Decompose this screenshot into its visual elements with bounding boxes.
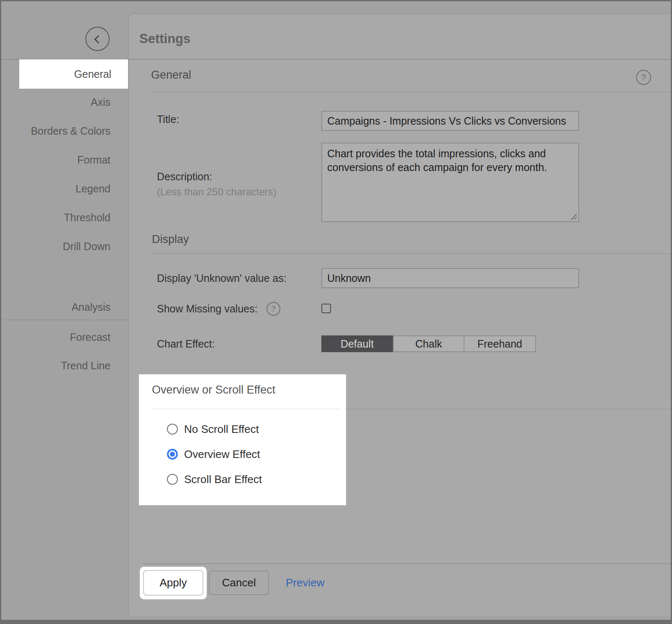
apply-button[interactable]: Apply bbox=[143, 570, 203, 596]
screenshot-frame: Settings General Axis Borders & Colors F… bbox=[0, 0, 672, 624]
sidebar-item-format[interactable]: Format bbox=[1, 146, 128, 174]
help-icon[interactable]: ? bbox=[636, 70, 651, 85]
sidebar-item-borders-colors[interactable]: Borders & Colors bbox=[1, 117, 128, 145]
show-missing-help-icon[interactable]: ? bbox=[267, 302, 280, 316]
chart-effect-freehand-button[interactable]: Freehand bbox=[464, 335, 536, 352]
radio-circle-icon bbox=[167, 474, 178, 485]
radio-label: Overview Effect bbox=[184, 448, 260, 461]
chevron-left-icon bbox=[94, 35, 103, 43]
unknown-value-input[interactable]: Unknown bbox=[321, 268, 579, 288]
sidebar-item-general[interactable]: General bbox=[19, 59, 128, 89]
description-label-text: Description: bbox=[157, 171, 276, 183]
chart-effect-label: Chart Effect: bbox=[157, 335, 215, 353]
show-missing-label: Show Missing values: bbox=[157, 299, 257, 318]
sidebar-item-analysis[interactable]: Analysis bbox=[1, 293, 128, 321]
overview-header-divider bbox=[151, 409, 340, 409]
panel-title: Settings bbox=[139, 26, 190, 51]
show-missing-checkbox[interactable] bbox=[321, 304, 331, 313]
preview-link[interactable]: Preview bbox=[281, 570, 329, 595]
display-section-header: Display bbox=[152, 230, 189, 248]
cancel-button[interactable]: Cancel bbox=[209, 570, 269, 595]
chart-effect-group: Default Chalk Freehand bbox=[321, 335, 536, 352]
radio-label: Scroll Bar Effect bbox=[184, 473, 262, 486]
sidebar-section-divider bbox=[3, 320, 128, 320]
radio-label: No Scroll Effect bbox=[184, 423, 259, 436]
sidebar-item-axis[interactable]: Axis bbox=[1, 88, 128, 116]
sidebar-item-drill-down[interactable]: Drill Down bbox=[1, 232, 128, 261]
display-section-divider bbox=[151, 253, 671, 254]
footer-divider bbox=[144, 563, 671, 564]
overview-scroll-effect-section: Overview or Scroll Effect No Scroll Effe… bbox=[139, 374, 346, 505]
radio-scroll-bar-effect[interactable]: Scroll Bar Effect bbox=[167, 473, 262, 486]
radio-circle-icon bbox=[167, 424, 178, 435]
overview-section-header: Overview or Scroll Effect bbox=[152, 384, 275, 396]
sidebar-item-trend-line[interactable]: Trend Line bbox=[1, 351, 128, 380]
settings-overlay: Settings General Axis Borders & Colors F… bbox=[1, 1, 671, 620]
radio-no-scroll-effect[interactable]: No Scroll Effect bbox=[167, 423, 259, 435]
sidebar-item-forecast[interactable]: Forecast bbox=[1, 323, 128, 351]
resize-grip-icon[interactable] bbox=[569, 212, 577, 220]
unknown-value-label: Display 'Unknown' value as: bbox=[157, 268, 287, 288]
chart-effect-default-button[interactable]: Default bbox=[321, 335, 393, 352]
title-label: Title: bbox=[157, 109, 179, 129]
general-section-header: General bbox=[151, 66, 191, 84]
sidebar-item-legend[interactable]: Legend bbox=[1, 174, 128, 203]
description-text: Chart provides the total impressions, cl… bbox=[327, 148, 547, 173]
description-textarea[interactable]: Chart provides the total impressions, cl… bbox=[321, 143, 579, 222]
description-label: Description: (Less than 250 characters) bbox=[157, 171, 276, 198]
chart-effect-chalk-button[interactable]: Chalk bbox=[393, 335, 464, 352]
radio-selected-icon bbox=[167, 449, 178, 460]
general-section-divider bbox=[151, 92, 671, 92]
radio-dot bbox=[170, 452, 175, 457]
sidebar-item-threshold[interactable]: Threshold bbox=[1, 203, 128, 232]
description-hint: (Less than 250 characters) bbox=[157, 186, 276, 198]
radio-overview-effect[interactable]: Overview Effect bbox=[167, 448, 260, 460]
title-input[interactable]: Campaigns - Impressions Vs Clicks vs Con… bbox=[321, 111, 579, 131]
back-button[interactable] bbox=[85, 27, 110, 51]
